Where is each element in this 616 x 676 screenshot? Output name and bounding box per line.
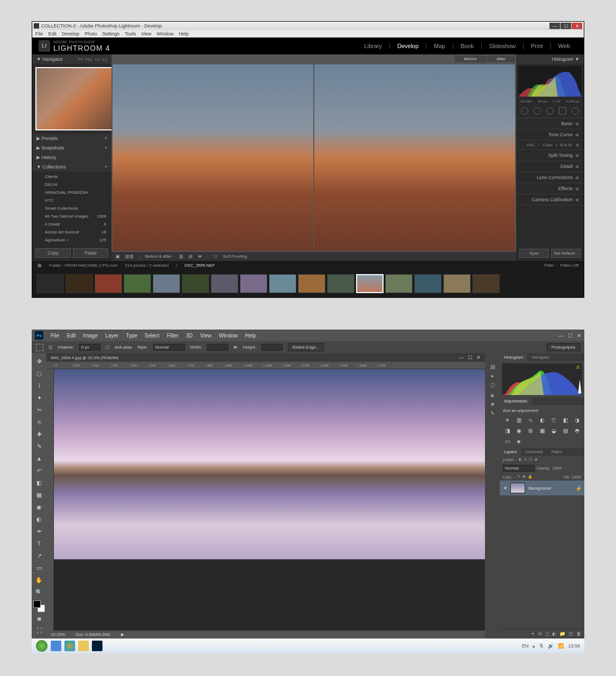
menu-develop[interactable]: Develop (62, 31, 79, 36)
histogram-header[interactable]: Histogram ▼ (516, 54, 584, 64)
opacity-value[interactable]: 100% (553, 466, 562, 470)
fill-value[interactable]: 100% (572, 475, 581, 479)
new-layer-icon[interactable]: ◳ (568, 631, 573, 636)
filmstrip-thumb[interactable] (385, 274, 413, 293)
setdefault-button[interactable]: Set Default... (551, 249, 581, 258)
move-tool-icon[interactable]: ✥ (33, 355, 45, 367)
status-arrow-icon[interactable]: ▶ (121, 632, 124, 637)
minimize-button[interactable]: — (549, 23, 560, 29)
filmstrip-thumb[interactable] (124, 274, 151, 293)
compare-view-icon[interactable]: ▥▥ (125, 254, 134, 259)
tab-adjustments[interactable]: Adjustments (500, 397, 531, 405)
collection-item[interactable]: Smart Collections (32, 204, 111, 212)
shape-tool-icon[interactable]: ▭ (33, 562, 45, 574)
vertical-ruler[interactable] (46, 369, 54, 631)
menu-image[interactable]: Image (83, 333, 98, 339)
history-panel[interactable]: ▶ History (32, 153, 111, 162)
blur-tool-icon[interactable]: ◉ (33, 501, 45, 513)
history-icon[interactable]: ▤ (490, 364, 495, 370)
refine-edge-button[interactable]: Refine Edge... (288, 343, 324, 351)
hue-icon[interactable]: ◧ (561, 416, 570, 424)
menu-window[interactable]: Window (157, 31, 174, 36)
copy-button[interactable]: Copy (35, 248, 71, 258)
path-tool-icon[interactable]: ↗ (33, 550, 45, 561)
zoom-level[interactable]: 33.33% (51, 632, 65, 637)
levels-icon[interactable]: ▥ (515, 416, 523, 424)
ba-mode-icon[interactable]: ▤ (189, 254, 193, 259)
calibration-panel[interactable]: Camera Calibration◀ (516, 194, 584, 205)
menu-file[interactable]: File (51, 333, 59, 339)
tab-histogram[interactable]: Histogram (500, 353, 527, 361)
lock-all-icon[interactable]: 🔒 (528, 475, 533, 479)
gradient-tool-icon[interactable]: ▦ (33, 489, 45, 501)
redeye-tool-icon[interactable] (546, 107, 554, 115)
lock-position-icon[interactable]: ✥ (522, 475, 526, 479)
module-develop[interactable]: Develop (397, 43, 426, 49)
filter-type-icon[interactable]: T (524, 458, 526, 462)
collection-item[interactable]: DELHI (32, 181, 111, 189)
gradientmap-icon[interactable]: ▭ (503, 437, 511, 445)
module-web[interactable]: Web (558, 43, 577, 49)
blend-mode-select[interactable] (503, 465, 535, 472)
filmstrip-thumb[interactable] (153, 274, 180, 293)
menu-filter[interactable]: Filter (167, 333, 179, 339)
marquee-tool-icon[interactable]: ▢ (33, 368, 45, 379)
tray-network-icon[interactable]: ⇅ (539, 643, 544, 649)
tab-layers[interactable]: Layers (500, 448, 521, 456)
link-layers-icon[interactable]: ⚭ (531, 631, 535, 636)
tab-navigator[interactable]: Navigator (527, 353, 554, 361)
start-button[interactable] (36, 640, 48, 652)
height-input[interactable] (262, 344, 283, 351)
loupe-view-icon[interactable]: ▣ (116, 254, 120, 259)
clone-icon[interactable]: ❖ (490, 401, 495, 407)
collection-item[interactable]: 0 Diwali6 (32, 220, 111, 228)
before-image[interactable] (113, 64, 313, 251)
hand-tool-icon[interactable]: ✋ (33, 574, 45, 586)
stamp-tool-icon[interactable]: ▲ (33, 453, 45, 464)
maximize-button[interactable]: ☐ (561, 23, 571, 29)
eyedropper-tool-icon[interactable]: ⎋ (33, 416, 45, 428)
clock[interactable]: 13:56 (568, 643, 580, 649)
filmstrip-thumb-selected[interactable] (356, 274, 384, 293)
colorlookup-icon[interactable]: ▦ (538, 427, 546, 434)
screenmode-icon[interactable]: ⛶ (33, 625, 45, 636)
canvas[interactable] (54, 369, 485, 559)
tray-wifi-icon[interactable]: 📶 (558, 643, 564, 649)
close-button[interactable]: ✕ (572, 23, 582, 29)
module-book[interactable]: Book (461, 43, 482, 49)
paste-button[interactable]: Paste (73, 248, 108, 258)
swap-icon[interactable]: ⇄ (234, 345, 237, 350)
lenscorr-panel[interactable]: Lens Corrections◀ (516, 172, 584, 183)
layer-style-icon[interactable]: fx (538, 631, 542, 636)
bw-icon[interactable]: ◨ (503, 427, 511, 434)
marquee-tool-icon[interactable] (36, 344, 43, 351)
type-tool-icon[interactable]: T (33, 538, 45, 549)
style-select[interactable] (153, 344, 185, 351)
filmstrip-thumb[interactable] (472, 274, 500, 293)
curves-icon[interactable]: ∿ (526, 416, 535, 424)
collection-item[interactable]: HTC (32, 196, 111, 204)
filter-adjust-icon[interactable]: ◐ (519, 457, 522, 462)
zoom-tool-icon[interactable]: 🔍 (33, 586, 45, 598)
splittoning-panel[interactable]: Split Toning◀ (516, 150, 584, 161)
menu-edit[interactable]: Edit (49, 31, 57, 36)
workspace-switcher[interactable]: Photography (547, 343, 580, 351)
filmstrip-thumb[interactable] (414, 274, 442, 293)
menu-tools[interactable]: Tools (125, 31, 136, 36)
spot-tool-icon[interactable] (534, 107, 541, 115)
navigator-header[interactable]: ▼ Navigator FIT FILL 1:1 3:1 (32, 54, 111, 64)
presets-panel[interactable]: ▶ Presets+ (32, 134, 111, 143)
brush-tool-icon[interactable] (572, 107, 579, 115)
basic-panel[interactable]: Basic◀ (516, 118, 584, 129)
feather-input[interactable] (79, 344, 100, 351)
snapshots-panel[interactable]: ▶ Snapshots+ (32, 143, 111, 153)
quickmask-icon[interactable]: ◙ (33, 613, 45, 624)
eraser-tool-icon[interactable]: ◧ (33, 477, 45, 489)
minimize-button[interactable]: — (558, 333, 564, 339)
detail-panel[interactable]: Detail◀ (516, 161, 584, 172)
history-brush-icon[interactable]: ↶ (33, 465, 45, 476)
ba-swap-icon[interactable]: ⇄ (198, 254, 202, 259)
brightness-icon[interactable]: ☀ (503, 416, 511, 424)
menu-edit[interactable]: Edit (67, 333, 76, 339)
filters-off[interactable]: Filters Off (560, 263, 578, 268)
